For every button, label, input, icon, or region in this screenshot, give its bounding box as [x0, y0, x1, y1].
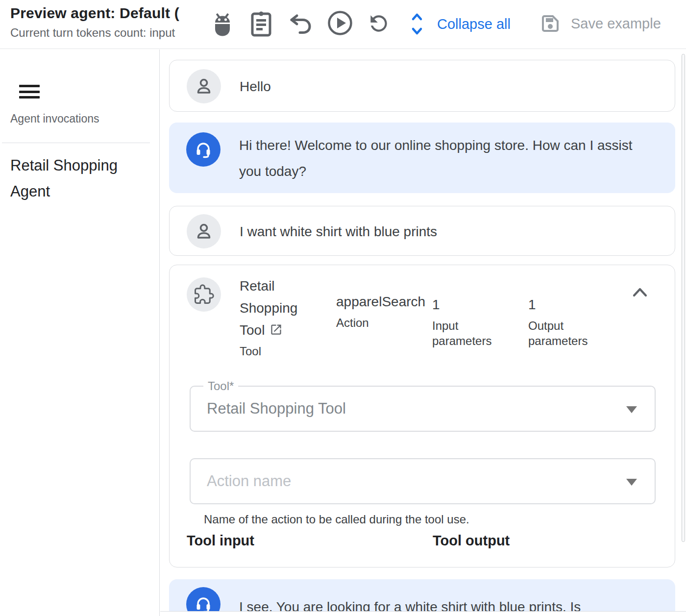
undo-button[interactable] — [288, 14, 313, 34]
dropdown-arrow-icon — [626, 479, 637, 486]
input-params-column: 1 Input parameters — [432, 294, 507, 348]
user-message-card: Hello — [169, 60, 675, 112]
scrollbar[interactable] — [682, 54, 685, 542]
preview-header: Preview agent: Default ( Current turn to… — [0, 0, 686, 49]
tool-field-value: Retail Shopping Tool — [207, 400, 346, 418]
hamburger-menu-icon[interactable] — [19, 85, 40, 99]
dropdown-arrow-icon — [626, 406, 637, 413]
collapse-all-button[interactable]: Collapse all — [409, 12, 511, 36]
tool-type-caption: Tool — [240, 344, 322, 359]
play-circle-icon — [327, 10, 353, 36]
avatar — [186, 132, 220, 167]
external-link-icon[interactable] — [270, 323, 283, 336]
action-field-placeholder: Action name — [207, 472, 291, 490]
bottom-panel-edge — [160, 611, 686, 616]
tool-name-column: Retail Shopping Tool Tool — [240, 275, 322, 359]
conversation-panel: Hello Hi there! Welcome to our online sh… — [160, 49, 686, 616]
person-icon — [193, 75, 215, 97]
action-value: apparelSearch — [336, 294, 425, 309]
unfold-arrows-icon — [409, 12, 425, 36]
action-select-field[interactable]: Action name — [190, 458, 656, 504]
save-icon — [539, 13, 561, 34]
puzzle-icon — [194, 284, 214, 305]
save-example-button[interactable]: Save example — [539, 13, 661, 34]
header-title-block: Preview agent: Default ( Current turn to… — [10, 5, 204, 46]
clipboard-icon — [250, 10, 272, 37]
sidebar-section-label: Agent invocations — [10, 112, 99, 125]
agent-robot-button[interactable] — [211, 10, 234, 38]
output-count: 1 — [528, 297, 536, 312]
test-cases-button[interactable] — [250, 10, 272, 37]
collapse-card-button[interactable] — [629, 283, 653, 302]
message-text: Hi there! Welcome to our online shopping… — [239, 132, 653, 184]
user-message-card: I want white shirt with blue prints — [169, 206, 675, 256]
play-button[interactable] — [327, 10, 353, 36]
tool-invocation-card: Retail Shopping Tool Tool apparelSearch … — [169, 265, 675, 567]
person-icon — [193, 221, 215, 242]
action-caption: Action — [336, 315, 427, 330]
reset-button[interactable] — [367, 11, 391, 36]
tool-output-heading: Tool output — [433, 533, 510, 549]
reset-icon — [367, 11, 391, 36]
agent-message-card: Hi there! Welcome to our online shopping… — [169, 123, 675, 193]
tool-action-column: apparelSearch Action — [336, 291, 427, 330]
message-text: I want white shirt with blue prints — [240, 219, 437, 245]
avatar — [187, 277, 221, 312]
page-title: Preview agent: Default ( — [10, 5, 204, 22]
tool-name-link[interactable]: Retail Shopping Tool — [240, 278, 297, 338]
action-helper-text: Name of the action to be called during t… — [204, 513, 469, 526]
sidebar-divider — [2, 143, 150, 143]
agent-message-card: I see. You are looking for a white shirt… — [169, 579, 675, 616]
input-count: 1 — [432, 297, 440, 312]
sidebar-item-agent[interactable]: Retail Shopping Agent — [10, 152, 145, 204]
message-text: Hello — [240, 74, 271, 99]
android-robot-icon — [211, 10, 234, 38]
avatar — [187, 214, 221, 248]
output-params-column: 1 Output parameters — [528, 294, 609, 348]
avatar — [187, 69, 221, 103]
tool-select-field[interactable]: Tool* Retail Shopping Tool — [190, 386, 656, 432]
undo-icon — [288, 14, 313, 34]
sidebar: Agent invocations Retail Shopping Agent — [0, 49, 160, 616]
save-example-label: Save example — [571, 16, 661, 32]
token-count-subtitle: Current turn tokens count: input — [10, 26, 204, 40]
output-caption: Output parameters — [528, 318, 609, 348]
input-caption: Input parameters — [432, 318, 507, 348]
headset-icon — [193, 139, 214, 160]
tool-input-heading: Tool input — [187, 533, 254, 549]
chevron-up-icon — [629, 285, 653, 300]
tool-field-label: Tool* — [203, 379, 238, 393]
collapse-all-label: Collapse all — [437, 16, 511, 32]
